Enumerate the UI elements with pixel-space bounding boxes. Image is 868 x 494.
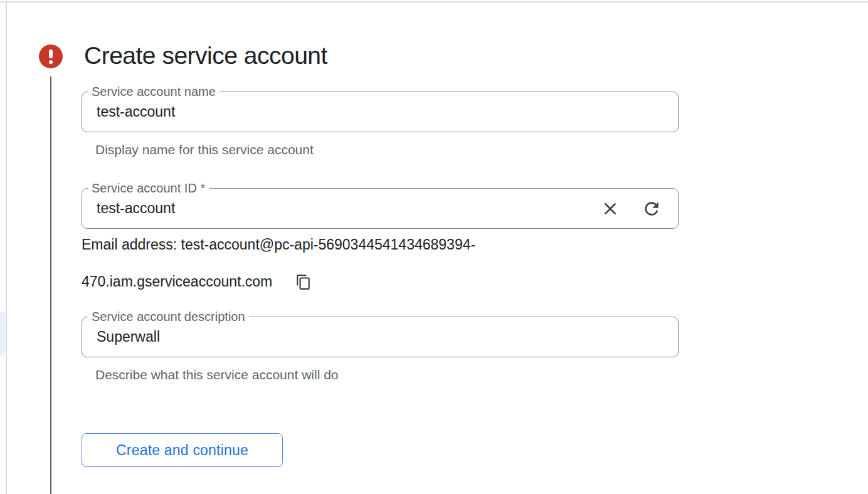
service-account-name-field: Service account name — [82, 92, 679, 132]
service-account-description-field: Service account description — [82, 317, 679, 357]
create-and-continue-button[interactable]: Create and continue — [82, 433, 283, 467]
create-service-account-page: Create service account Service account n… — [0, 0, 868, 494]
regenerate-id-button[interactable] — [642, 199, 662, 219]
panel-top-border — [0, 1, 868, 3]
service-account-name-input[interactable] — [82, 92, 679, 132]
copy-email-button[interactable] — [295, 274, 312, 290]
left-edge-highlight — [0, 312, 5, 355]
copy-icon — [295, 274, 312, 290]
stepper-connector-line — [50, 76, 51, 494]
error-icon-dot — [49, 60, 53, 64]
email-address-line2-row: 470.iam.gserviceaccount.com — [82, 273, 312, 290]
page-title: Create service account — [84, 40, 327, 71]
email-address-line1: Email address: test-account@pc-api-56903… — [82, 236, 475, 253]
error-icon-bar — [49, 50, 53, 58]
clear-id-button[interactable] — [600, 199, 620, 219]
close-icon — [600, 199, 620, 219]
service-account-id-input[interactable] — [82, 188, 679, 229]
refresh-icon — [642, 199, 662, 219]
email-address-line2: 470.iam.gserviceaccount.com — [82, 273, 272, 290]
service-account-id-field: Service account ID * — [82, 188, 679, 229]
service-account-description-input[interactable] — [82, 317, 679, 357]
panel-left-border — [6, 1, 7, 494]
service-account-description-helper: Describe what this service account will … — [95, 367, 339, 382]
error-icon — [39, 45, 63, 68]
service-account-name-helper: Display name for this service account — [95, 142, 314, 157]
